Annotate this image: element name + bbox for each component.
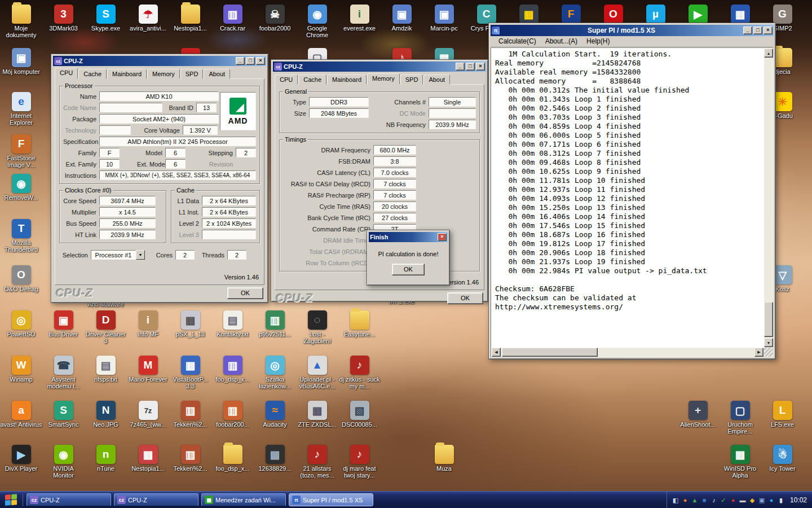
taskbar-task[interactable]: cz CPU-Z — [27, 493, 111, 506]
desktop-icon[interactable]: i Info MF — [127, 310, 169, 338]
tab[interactable]: Cache — [298, 75, 326, 85]
tray-icon[interactable]: ● — [767, 496, 775, 504]
horizontal-scrollbar[interactable]: ◀ ▶ — [492, 348, 764, 357]
desktop-icon[interactable]: + AlienShoot... — [677, 401, 719, 428]
scroll-down-icon[interactable]: ▼ — [764, 338, 773, 347]
ok-button[interactable]: OK — [227, 287, 263, 299]
desktop-icon[interactable]: foo_dsp_x... — [211, 445, 254, 472]
tray-icon[interactable]: ■ — [700, 496, 708, 504]
tray-icon[interactable]: ✓ — [720, 496, 727, 504]
desktop-icon[interactable]: ♪ dj zitkus - suck my m... — [338, 356, 381, 389]
desktop-icon[interactable]: ▦ ZTE ZXDSL... — [296, 401, 338, 428]
superpi-titlebar[interactable]: π Super PI / mod1.5 XS _ □ × — [491, 25, 774, 36]
tab[interactable]: CPU — [275, 75, 298, 85]
desktop-icon[interactable]: ♪ 21 allstars (tozo, mes... — [296, 445, 338, 479]
tab[interactable]: Memory — [147, 69, 180, 79]
desktop-icon[interactable]: ▥ p95v2511... — [254, 310, 296, 338]
start-button[interactable] — [0, 492, 21, 508]
menu-item[interactable]: Help(H) — [582, 36, 614, 46]
desktop-icon[interactable]: e Internet Explorer — [0, 92, 42, 126]
tray-icon[interactable]: ▬ — [739, 496, 747, 504]
desktop-icon[interactable]: ▶ — [677, 5, 719, 25]
scroll-left-icon[interactable]: ◀ — [492, 348, 501, 357]
desktop-icon[interactable]: ◉ Google Chrome — [296, 5, 338, 38]
desktop-icon[interactable]: ▣ Mój komputer — [0, 48, 42, 75]
desktop-icon[interactable]: ▦ Nestopia1... — [127, 445, 169, 472]
desktop-icon[interactable]: Easytune... — [338, 310, 381, 338]
tray-icon[interactable]: ♪ — [710, 496, 718, 504]
menu-item[interactable]: About...(A) — [541, 36, 582, 46]
desktop-icon[interactable]: F FastStone Image V... — [0, 134, 42, 168]
desktop-icon[interactable]: ☃ Icy Tower — [761, 445, 804, 472]
taskbar-task[interactable]: π Super PI / mod1.5 XS — [289, 493, 373, 506]
menu-item[interactable]: Calculate(C) — [494, 36, 541, 46]
desktop-icon[interactable]: Muza — [423, 445, 465, 472]
minimize-icon[interactable]: _ — [456, 63, 465, 71]
tab[interactable]: Mainboard — [107, 69, 147, 79]
cpuz2-titlebar[interactable]: cz CPU-Z _ □ × — [273, 62, 486, 72]
desktop-icon[interactable]: ▤ Kontakty.txt — [211, 310, 254, 338]
tab[interactable]: Cache — [78, 69, 107, 79]
close-icon[interactable]: × — [438, 233, 447, 241]
desktop-icon[interactable]: ◌ Lost - Zagubieni — [296, 310, 338, 344]
desktop-icon[interactable]: ▥ Crack.rar — [211, 5, 254, 32]
desktop-icon[interactable]: 7z 7z465_(ww... — [127, 401, 169, 428]
maximize-icon[interactable]: □ — [753, 27, 762, 34]
desktop-icon[interactable]: ☂ avira_antivi... — [127, 5, 169, 32]
desktop-icon[interactable]: ▣ Marcin-pc — [423, 5, 465, 32]
desktop-icon[interactable]: ▶ DivX Player — [0, 445, 42, 472]
desktop-icon[interactable]: ≈ Audacity — [254, 401, 296, 428]
desktop-icon[interactable]: L LFS.exe — [761, 401, 804, 428]
chevron-down-icon[interactable]: ▼ — [136, 250, 145, 260]
horizontal-scroll-thumb[interactable] — [502, 348, 598, 357]
desktop-icon[interactable]: ▣ Bus Driver — [42, 310, 85, 338]
clock[interactable]: 10:02 — [790, 496, 807, 504]
desktop-icon[interactable]: ▧ DSC00085... — [338, 401, 381, 428]
tray-icon[interactable]: ◆ — [748, 496, 756, 504]
desktop-icon[interactable]: ▦ WinISD Pro Alpha — [719, 445, 761, 479]
desktop-icon[interactable]: ▦ — [719, 5, 761, 25]
desktop-icon[interactable]: O O&O Defrag — [0, 265, 42, 292]
desktop-icon[interactable]: ▢ Uruchom Empire... — [719, 401, 761, 435]
tab[interactable]: About — [423, 75, 450, 85]
desktop-icon[interactable]: ☠ foobar2000 — [254, 5, 296, 32]
desktop-icon[interactable]: ☎ Asystent modemu t... — [42, 356, 85, 389]
tab[interactable]: About — [204, 69, 230, 79]
desktop-icon[interactable]: Moje dokumenty — [0, 5, 42, 38]
desktop-icon[interactable]: ▥ foobar200... — [211, 401, 254, 428]
close-icon[interactable]: × — [256, 57, 265, 65]
tray-icon[interactable]: ▮ — [777, 496, 785, 504]
tray-icon[interactable]: ● — [729, 496, 737, 504]
desktop-icon[interactable]: S Skype.exe — [85, 5, 127, 32]
close-icon[interactable]: × — [476, 63, 485, 71]
desktop-icon[interactable]: ▣ Amdzik — [381, 5, 423, 32]
maximize-icon[interactable]: □ — [466, 63, 475, 71]
tray-icon[interactable]: ▲ — [691, 496, 699, 504]
tab[interactable]: Mainboard — [327, 75, 367, 85]
ok-button[interactable]: OK — [447, 292, 483, 304]
minimize-icon[interactable]: _ — [743, 27, 752, 34]
vertical-scroll-thumb[interactable] — [764, 302, 773, 337]
tab[interactable]: SPD — [400, 75, 423, 85]
tray-icon[interactable]: ◧ — [672, 496, 679, 504]
desktop-icon[interactable]: O — [592, 5, 634, 25]
desktop-icon[interactable]: ◎ Szafka łazienkow... — [254, 356, 296, 389]
close-icon[interactable]: × — [764, 27, 773, 34]
desktop-icon[interactable]: ▥ foo_dsp_x... — [211, 356, 254, 383]
desktop-icon[interactable]: T Mozilla Thunderbird — [0, 219, 42, 253]
desktop-icon[interactable]: N Neo.JPG — [85, 401, 127, 428]
desktop-icon[interactable]: Nestopia1... — [169, 5, 211, 32]
desktop-icon[interactable]: ▤ nfsps.txt — [85, 356, 127, 383]
processor-select[interactable]: Processor #1 ▼ — [91, 250, 145, 260]
tray-icon[interactable]: ▣ — [758, 496, 766, 504]
desktop-icon[interactable]: ▦ VistaBootP... 3.3 — [169, 356, 211, 389]
desktop-icon[interactable]: ◉ NVIDIA Monitor — [42, 445, 85, 479]
desktop-icon[interactable]: a avast! Antivirus — [0, 401, 42, 428]
maximize-icon[interactable]: □ — [246, 57, 255, 65]
desktop-icon[interactable]: ▥ Tekken%2... — [169, 445, 211, 472]
tab[interactable]: Memory — [367, 73, 400, 85]
scroll-up-icon[interactable]: ▲ — [764, 49, 773, 58]
minimize-icon[interactable]: _ — [236, 57, 245, 65]
desktop-icon[interactable]: ◉ RemoveW... — [0, 174, 42, 201]
desktop-icon[interactable]: i everest.exe — [338, 5, 381, 32]
